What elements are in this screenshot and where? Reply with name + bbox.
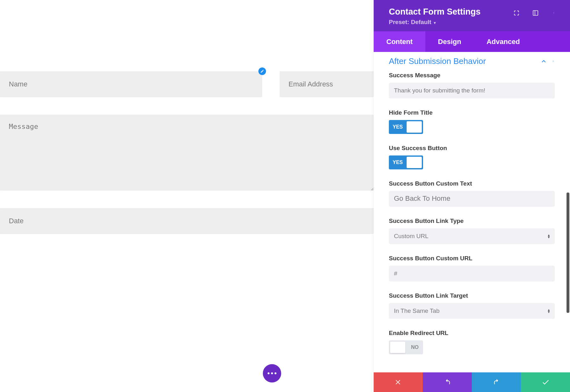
success-btn-link-type-select[interactable]: Custom URL — [389, 228, 555, 244]
ctl-success-message: Success Message — [389, 72, 555, 98]
hide-form-title-toggle[interactable]: YES — [389, 120, 423, 134]
panel-footer — [374, 372, 570, 392]
svg-point-3 — [554, 13, 554, 13]
svg-point-5 — [553, 60, 553, 61]
cancel-button[interactable] — [374, 372, 423, 392]
toggle-knob — [407, 121, 422, 133]
ctl-enable-redirect-url: Enable Redirect URL NO — [389, 330, 555, 354]
ctl-success-btn-link-target: Success Button Link Target In The Same T… — [389, 292, 555, 319]
ctl-label: Hide Form Title — [389, 109, 555, 116]
success-message-input[interactable] — [389, 83, 555, 98]
enable-redirect-url-toggle[interactable]: NO — [389, 340, 423, 354]
success-btn-link-target-select[interactable]: In The Same Tab — [389, 303, 555, 319]
use-success-button-toggle[interactable]: YES — [389, 155, 423, 169]
ctl-success-btn-link-type: Success Button Link Type Custom URL ▴▾ — [389, 218, 555, 244]
section-header[interactable]: After Submission Behavior — [389, 56, 555, 66]
section-actions — [541, 59, 555, 64]
svg-rect-0 — [533, 11, 538, 16]
confirm-button[interactable] — [521, 372, 570, 392]
scrollbar-thumb[interactable] — [567, 193, 569, 313]
ctl-label: Success Button Custom Text — [389, 180, 555, 187]
success-btn-text-input[interactable] — [389, 191, 555, 207]
message-field[interactable] — [0, 115, 374, 191]
page-actions-fab[interactable] — [263, 364, 281, 383]
tab-content[interactable]: Content — [374, 31, 425, 52]
redo-button[interactable] — [472, 372, 521, 392]
section-title: After Submission Behavior — [389, 56, 486, 66]
email-field[interactable] — [280, 71, 374, 97]
toggle-text: NO — [411, 345, 419, 350]
ctl-label: Success Button Custom URL — [389, 255, 555, 262]
more-icon[interactable] — [551, 9, 558, 16]
panel-header-icons — [513, 9, 558, 16]
panel-body: After Submission Behavior Success Messag… — [374, 52, 570, 372]
panel-header: Contact Form Settings Preset: Default ▾ — [374, 0, 570, 31]
undo-icon — [444, 378, 451, 386]
ctl-label: Success Button Link Type — [389, 218, 555, 224]
ctl-label: Success Message — [389, 72, 555, 79]
ctl-use-success-button: Use Success Button YES — [389, 145, 555, 169]
settings-panel: Contact Form Settings Preset: Default ▾ … — [374, 0, 570, 392]
pencil-icon — [260, 69, 264, 73]
panel-tabs: Content Design Advanced — [374, 31, 570, 52]
chevron-up-icon[interactable] — [541, 59, 547, 64]
dot-icon — [268, 372, 269, 374]
svg-point-7 — [553, 61, 553, 62]
edit-field-badge[interactable] — [258, 67, 266, 75]
toggle-text: YES — [393, 124, 403, 130]
success-btn-custom-url-input[interactable] — [389, 266, 555, 281]
tab-design[interactable]: Design — [425, 31, 474, 52]
close-icon — [395, 379, 402, 386]
field-name-wrap — [0, 71, 262, 97]
preset-dropdown[interactable]: Preset: Default ▾ — [389, 19, 559, 26]
ctl-success-btn-text: Success Button Custom Text — [389, 180, 555, 207]
form-canvas — [0, 0, 374, 392]
expand-icon[interactable] — [513, 9, 520, 16]
ctl-success-btn-custom-url: Success Button Custom URL — [389, 255, 555, 281]
dot-icon — [271, 372, 273, 374]
name-field[interactable] — [0, 71, 262, 97]
svg-point-6 — [553, 61, 553, 61]
caret-down-icon: ▾ — [434, 21, 436, 25]
ctl-label: Success Button Link Target — [389, 292, 555, 299]
tab-advanced[interactable]: Advanced — [474, 31, 532, 52]
toggle-text: YES — [393, 160, 403, 165]
ctl-label: Enable Redirect URL — [389, 330, 555, 337]
check-icon — [542, 378, 550, 386]
snap-left-icon[interactable] — [532, 9, 539, 16]
section-more-icon[interactable] — [553, 59, 555, 64]
toggle-knob — [390, 342, 405, 353]
redo-icon — [493, 378, 500, 386]
undo-button[interactable] — [423, 372, 472, 392]
svg-point-2 — [554, 12, 554, 12]
date-field[interactable] — [0, 208, 374, 234]
ctl-hide-form-title: Hide Form Title YES — [389, 109, 555, 134]
svg-point-4 — [554, 13, 554, 14]
preset-label: Preset: Default — [389, 19, 431, 25]
dot-icon — [275, 372, 276, 374]
ctl-label: Use Success Button — [389, 145, 555, 152]
toggle-knob — [407, 157, 422, 168]
